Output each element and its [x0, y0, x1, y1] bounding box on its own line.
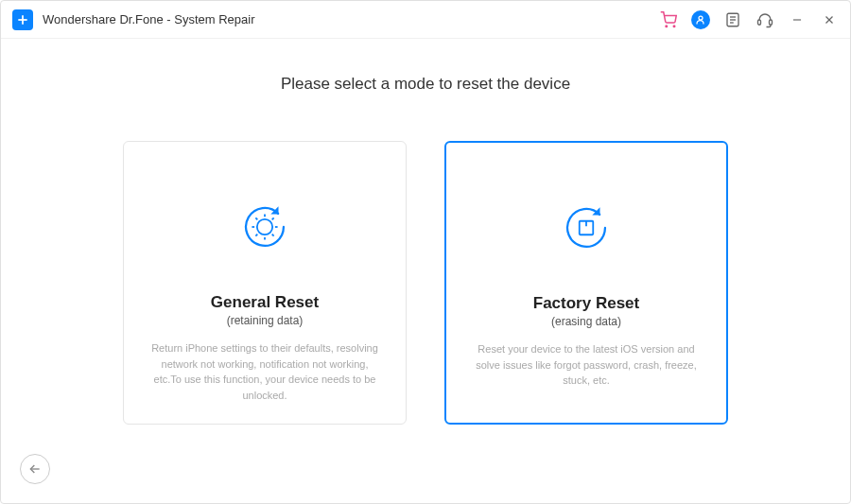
close-button[interactable] — [820, 10, 839, 29]
cart-icon[interactable] — [659, 10, 678, 29]
svg-line-21 — [255, 235, 257, 236]
factory-reset-icon — [558, 200, 615, 256]
app-window: Wondershare Dr.Fone - System Repair — [0, 0, 851, 504]
factory-reset-title: Factory Reset — [533, 294, 639, 313]
support-icon[interactable] — [755, 10, 774, 29]
general-reset-icon — [236, 199, 293, 255]
factory-reset-description: Reset your device to the latest iOS vers… — [473, 341, 700, 389]
factory-reset-card[interactable]: Factory Reset (erasing data) Reset your … — [444, 141, 728, 425]
svg-point-14 — [257, 219, 272, 235]
back-button[interactable] — [20, 454, 50, 484]
svg-rect-9 — [758, 20, 761, 25]
user-icon[interactable] — [691, 10, 710, 29]
svg-point-2 — [666, 26, 668, 27]
svg-rect-10 — [770, 20, 773, 25]
mode-cards: General Reset (retaining data) Return iP… — [123, 141, 728, 425]
svg-line-22 — [272, 217, 274, 219]
svg-line-19 — [255, 217, 257, 219]
main-content: Please select a mode to reset the device — [1, 39, 850, 503]
feedback-icon[interactable] — [723, 10, 742, 29]
svg-point-3 — [673, 26, 675, 27]
general-reset-card[interactable]: General Reset (retaining data) Return iP… — [123, 141, 407, 425]
factory-reset-subtitle: (erasing data) — [551, 315, 621, 328]
general-reset-description: Return iPhone settings to their defaults… — [150, 340, 379, 403]
app-title: Wondershare Dr.Fone - System Repair — [43, 12, 254, 26]
svg-point-4 — [699, 16, 703, 20]
general-reset-subtitle: (retaining data) — [227, 314, 304, 327]
general-reset-title: General Reset — [211, 293, 319, 312]
titlebar-actions — [659, 10, 839, 29]
titlebar: Wondershare Dr.Fone - System Repair — [1, 1, 850, 39]
app-logo — [12, 9, 33, 30]
minimize-button[interactable] — [788, 10, 807, 29]
svg-line-20 — [272, 235, 274, 236]
page-heading: Please select a mode to reset the device — [281, 75, 570, 94]
